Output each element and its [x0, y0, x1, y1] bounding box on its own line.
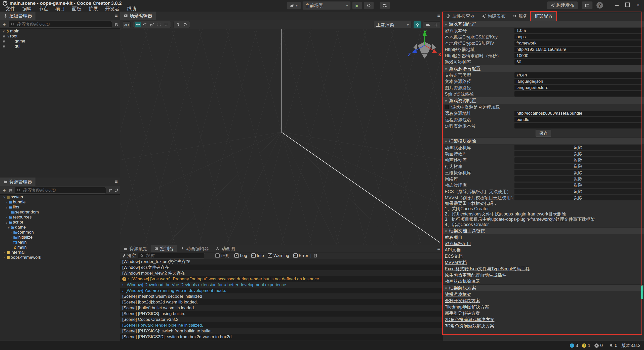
assets-search[interactable]	[15, 187, 106, 194]
field-input[interactable]	[514, 85, 642, 90]
log-row[interactable]: [Scene] Forward render pipeline initiali…	[120, 322, 443, 328]
clear-console-button[interactable]: 清空	[122, 253, 136, 258]
scene-select[interactable]: 当前场景 ▾	[302, 1, 351, 10]
filter-icon[interactable]	[114, 22, 118, 26]
menu-item[interactable]: 项目	[52, 6, 68, 12]
minimize-button[interactable]: ─	[613, 3, 620, 8]
tree-node[interactable]: ›common	[0, 230, 120, 235]
field-input[interactable]	[514, 91, 642, 97]
refresh-icon[interactable]	[114, 188, 118, 192]
tree-node[interactable]: ›initialize	[0, 235, 120, 240]
camera-settings-icon[interactable]	[425, 22, 431, 28]
menu-item[interactable]: 文件	[3, 6, 18, 12]
doc-link[interactable]: 战棋游戏框架	[443, 291, 644, 297]
field-input[interactable]	[514, 111, 642, 116]
info-count[interactable]: i 3	[570, 343, 578, 348]
gizmo-2d-tool-icon[interactable]	[163, 22, 169, 27]
doc-link[interactable]: 教程项目	[443, 234, 644, 240]
move-tool-icon[interactable]	[135, 22, 141, 27]
chevron-closed-icon[interactable]: ›	[3, 256, 6, 259]
tree-node[interactable]: ∨libs	[0, 205, 120, 210]
remove-module-button[interactable]: 剔除	[514, 164, 642, 169]
remove-module-button[interactable]: 剔除	[514, 183, 642, 188]
chevron-closed-icon[interactable]: ›	[11, 45, 15, 48]
remote-load-checkbox[interactable]: 游戏中资源是否远程加载	[443, 104, 644, 110]
inspector-tab[interactable]: 属性检查器	[443, 12, 478, 21]
chevron-open-icon[interactable]: ∨	[5, 205, 8, 209]
log-row[interactable]: [Window] model_view文件夹存在	[120, 270, 443, 276]
tree-node[interactable]: ›internal	[0, 250, 120, 255]
log-row[interactable]: !›[Window] [Vue warn]: Property "onInput…	[120, 276, 443, 282]
doc-link[interactable]: Excel格式转Json文件与TypeScript代码工具	[443, 266, 644, 272]
menu-item[interactable]: 扩展	[86, 6, 101, 12]
field-input[interactable]	[514, 123, 642, 128]
doc-link[interactable]: 游戏模板项目	[443, 240, 644, 247]
remove-module-button[interactable]: 剔除	[514, 189, 642, 194]
regex-checkbox[interactable]: 正则	[215, 253, 229, 258]
chevron-closed-icon[interactable]: ›	[5, 215, 8, 219]
section-header[interactable]: ∨游戏资源配置	[443, 97, 644, 104]
scale-tool-icon[interactable]	[149, 22, 155, 27]
lighting-toggle-icon[interactable]	[414, 21, 421, 28]
doc-link[interactable]: API文档	[443, 247, 644, 253]
doc-link[interactable]: 新手引导解决方案	[443, 310, 644, 316]
log-row[interactable]: ›[Window] You are running Vue in develop…	[120, 288, 443, 293]
log-filter-checkbox[interactable]: ✓Warning	[268, 253, 289, 258]
scrollbar-thumb[interactable]	[641, 285, 643, 299]
chevron-closed-icon[interactable]: ›	[7, 210, 11, 214]
filter-icon[interactable]	[108, 188, 112, 192]
field-input[interactable]	[514, 28, 642, 33]
sort-icon[interactable]	[9, 188, 13, 192]
error-count[interactable]: × 0	[594, 343, 603, 348]
tree-node[interactable]: ›oops-framework	[0, 255, 120, 260]
tree-node[interactable]: ›resources	[0, 215, 120, 220]
expand-icon[interactable]: ›	[128, 277, 129, 281]
field-input[interactable]	[514, 40, 642, 46]
field-input[interactable]	[514, 53, 642, 58]
tree-node[interactable]: ∨root	[0, 34, 120, 39]
tree-node[interactable]: TSMain	[0, 240, 120, 245]
doc-link[interactable]: 2D角色扮演游戏解决方案	[443, 316, 644, 323]
console-tab[interactable]: 资源预览	[120, 245, 151, 252]
tree-node[interactable]: ›gui	[0, 44, 120, 49]
doc-link[interactable]: 3D角色扮演游戏解决方案	[443, 323, 644, 329]
tree-node[interactable]: main	[0, 245, 120, 250]
layout-grid-button[interactable]	[380, 2, 390, 10]
tree-node[interactable]: ∨main	[0, 29, 120, 34]
console-search[interactable]	[138, 253, 205, 258]
render-mode-select[interactable]: 正常渲染 ▾	[373, 21, 412, 29]
axis-gizmo[interactable]: Y X Z	[406, 30, 443, 62]
rotate-tool-icon[interactable]	[142, 22, 148, 27]
chevron-closed-icon[interactable]: ›	[3, 251, 6, 254]
doc-link[interactable]: Tiledmap地图解决方案	[443, 304, 644, 310]
section-header[interactable]: ∨游戏多语言配置	[443, 65, 644, 72]
section-header[interactable]: ∨框架文档工具链接	[443, 227, 644, 234]
doc-link[interactable]: 动画状态机编辑器	[443, 278, 644, 284]
log-filter-checkbox[interactable]: ✓Info	[251, 253, 264, 258]
open-project-folder-button[interactable]	[582, 1, 593, 9]
rect-tool-icon[interactable]	[156, 22, 162, 27]
chevron-open-icon[interactable]: ∨	[7, 34, 10, 38]
close-button[interactable]: ×	[634, 3, 641, 8]
tree-node[interactable]: ›bundle	[0, 200, 120, 205]
menu-item[interactable]: 帮助	[124, 6, 139, 12]
field-input[interactable]	[514, 59, 642, 65]
help-button[interactable]: ?	[596, 2, 603, 9]
field-input[interactable]	[514, 47, 642, 52]
menu-item[interactable]: 节点	[36, 6, 51, 12]
hierarchy-search[interactable]	[9, 21, 112, 28]
doc-link[interactable]: ECS文档	[443, 253, 644, 259]
notification-count[interactable]: 0	[609, 343, 617, 348]
chevron-open-icon[interactable]: ∨	[2, 29, 6, 33]
section-header[interactable]: ∨框架模块剔除	[443, 138, 644, 144]
log-row[interactable]: [Scene] Cocos Creator v3.8.2	[120, 317, 443, 322]
field-input[interactable]	[514, 34, 642, 39]
play-button[interactable]: ▶	[352, 2, 362, 10]
section-header[interactable]: ∨游戏基础配置	[443, 21, 644, 27]
log-row[interactable]: ›[Window] Download the Vue Devtools exte…	[120, 282, 443, 288]
chevron-closed-icon[interactable]: ›	[9, 236, 13, 239]
tab-scene-editor[interactable]: 场景编辑器	[120, 12, 156, 20]
field-input[interactable]	[514, 79, 642, 84]
collapse-log-icon[interactable]	[313, 254, 317, 258]
chevron-open-icon[interactable]: ∨	[7, 226, 11, 229]
